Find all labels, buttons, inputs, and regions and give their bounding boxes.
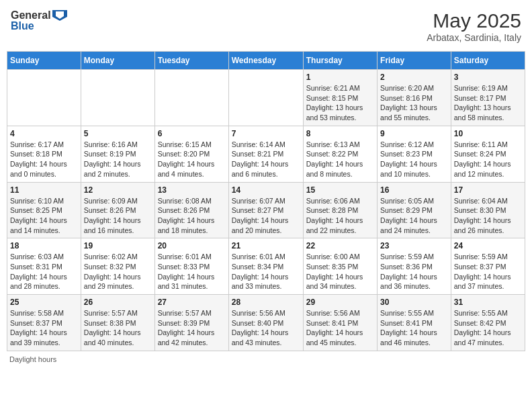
day-number: 20 (158, 241, 226, 250)
day-info: Sunrise: 6:12 AM Sunset: 8:23 PM Dayligh… (380, 140, 448, 179)
table-row: 30Sunrise: 5:55 AM Sunset: 8:41 PM Dayli… (378, 295, 451, 351)
table-row (81, 70, 154, 126)
day-info: Sunrise: 5:59 AM Sunset: 8:36 PM Dayligh… (380, 252, 448, 291)
logo-blue-text: Blue (11, 20, 34, 32)
day-info: Sunrise: 6:02 AM Sunset: 8:32 PM Dayligh… (84, 252, 152, 291)
day-number: 10 (454, 129, 522, 138)
day-info: Sunrise: 6:13 AM Sunset: 8:22 PM Dayligh… (306, 140, 374, 179)
table-row: 8Sunrise: 6:13 AM Sunset: 8:22 PM Daylig… (303, 126, 377, 182)
day-info: Sunrise: 6:19 AM Sunset: 8:17 PM Dayligh… (454, 83, 522, 123)
table-row (228, 70, 303, 126)
day-number: 18 (10, 241, 78, 250)
day-number: 3 (454, 73, 522, 82)
title-area: May 2025 Arbatax, Sardinia, Italy (427, 9, 521, 43)
header-friday: Friday (378, 52, 451, 70)
day-number: 27 (158, 298, 226, 307)
day-info: Sunrise: 6:04 AM Sunset: 8:30 PM Dayligh… (454, 196, 522, 236)
day-info: Sunrise: 6:01 AM Sunset: 8:33 PM Dayligh… (158, 252, 226, 291)
table-row: 7Sunrise: 6:14 AM Sunset: 8:21 PM Daylig… (228, 126, 303, 182)
day-info: Sunrise: 5:56 AM Sunset: 8:40 PM Dayligh… (232, 308, 300, 348)
day-info: Sunrise: 5:58 AM Sunset: 8:37 PM Dayligh… (10, 308, 78, 348)
day-info: Sunrise: 5:57 AM Sunset: 8:39 PM Dayligh… (158, 308, 226, 348)
table-row: 21Sunrise: 6:01 AM Sunset: 8:34 PM Dayli… (228, 238, 303, 295)
day-info: Sunrise: 6:15 AM Sunset: 8:20 PM Dayligh… (158, 140, 226, 179)
day-number: 29 (306, 298, 374, 307)
table-row: 26Sunrise: 5:57 AM Sunset: 8:38 PM Dayli… (81, 295, 154, 351)
table-row: 16Sunrise: 6:05 AM Sunset: 8:29 PM Dayli… (378, 182, 451, 238)
day-number: 15 (306, 185, 374, 195)
table-row: 24Sunrise: 5:59 AM Sunset: 8:37 PM Dayli… (451, 238, 525, 295)
calendar-title: May 2025 (427, 9, 521, 32)
day-info: Sunrise: 6:03 AM Sunset: 8:31 PM Dayligh… (10, 252, 78, 291)
day-info: Sunrise: 6:14 AM Sunset: 8:21 PM Dayligh… (232, 140, 300, 179)
day-info: Sunrise: 5:55 AM Sunset: 8:42 PM Dayligh… (454, 308, 522, 348)
day-info: Sunrise: 6:00 AM Sunset: 8:35 PM Dayligh… (306, 252, 374, 291)
day-info: Sunrise: 6:17 AM Sunset: 8:18 PM Dayligh… (10, 140, 78, 179)
logo: General Blue (11, 9, 67, 32)
calendar-table: Sunday Monday Tuesday Wednesday Thursday… (7, 51, 525, 351)
table-row: 14Sunrise: 6:07 AM Sunset: 8:27 PM Dayli… (228, 182, 303, 238)
day-info: Sunrise: 5:59 AM Sunset: 8:37 PM Dayligh… (454, 252, 522, 291)
header-wednesday: Wednesday (228, 52, 303, 70)
table-row: 29Sunrise: 5:56 AM Sunset: 8:41 PM Dayli… (303, 295, 377, 351)
header-sunday: Sunday (7, 52, 81, 70)
table-row: 28Sunrise: 5:56 AM Sunset: 8:40 PM Dayli… (228, 295, 303, 351)
table-row: 20Sunrise: 6:01 AM Sunset: 8:33 PM Dayli… (154, 238, 228, 295)
table-row: 6Sunrise: 6:15 AM Sunset: 8:20 PM Daylig… (154, 126, 228, 182)
day-number: 4 (10, 129, 78, 138)
day-info: Sunrise: 6:09 AM Sunset: 8:26 PM Dayligh… (84, 196, 152, 236)
day-number: 26 (84, 298, 152, 307)
day-number: 14 (232, 185, 300, 195)
calendar-week-row: 18Sunrise: 6:03 AM Sunset: 8:31 PM Dayli… (7, 238, 525, 295)
day-info: Sunrise: 5:56 AM Sunset: 8:41 PM Dayligh… (306, 308, 374, 348)
table-row: 15Sunrise: 6:06 AM Sunset: 8:28 PM Dayli… (303, 182, 377, 238)
day-info: Sunrise: 6:06 AM Sunset: 8:28 PM Dayligh… (306, 196, 374, 236)
day-number: 21 (232, 241, 300, 250)
table-row: 18Sunrise: 6:03 AM Sunset: 8:31 PM Dayli… (7, 238, 81, 295)
table-row: 12Sunrise: 6:09 AM Sunset: 8:26 PM Dayli… (81, 182, 154, 238)
day-info: Sunrise: 5:57 AM Sunset: 8:38 PM Dayligh… (84, 308, 152, 348)
day-number: 30 (380, 298, 448, 307)
day-number: 8 (306, 129, 374, 138)
table-row: 17Sunrise: 6:04 AM Sunset: 8:30 PM Dayli… (451, 182, 525, 238)
day-number: 1 (306, 73, 374, 82)
day-info: Sunrise: 6:01 AM Sunset: 8:34 PM Dayligh… (232, 252, 300, 291)
day-number: 23 (380, 241, 448, 250)
header-monday: Monday (81, 52, 154, 70)
table-row: 25Sunrise: 5:58 AM Sunset: 8:37 PM Dayli… (7, 295, 81, 351)
day-info: Sunrise: 5:55 AM Sunset: 8:41 PM Dayligh… (380, 308, 448, 348)
table-row: 22Sunrise: 6:00 AM Sunset: 8:35 PM Dayli… (303, 238, 377, 295)
table-row: 31Sunrise: 5:55 AM Sunset: 8:42 PM Dayli… (451, 295, 525, 351)
day-info: Sunrise: 6:05 AM Sunset: 8:29 PM Dayligh… (380, 196, 448, 236)
table-row: 13Sunrise: 6:08 AM Sunset: 8:26 PM Dayli… (154, 182, 228, 238)
table-row (154, 70, 228, 126)
day-number: 17 (454, 185, 522, 195)
day-number: 2 (380, 73, 448, 82)
table-row: 1Sunrise: 6:21 AM Sunset: 8:15 PM Daylig… (303, 70, 377, 126)
day-info: Sunrise: 6:10 AM Sunset: 8:25 PM Dayligh… (10, 196, 78, 236)
calendar-week-row: 11Sunrise: 6:10 AM Sunset: 8:25 PM Dayli… (7, 182, 525, 238)
day-number: 19 (84, 241, 152, 250)
day-number: 31 (454, 298, 522, 307)
table-row: 4Sunrise: 6:17 AM Sunset: 8:18 PM Daylig… (7, 126, 81, 182)
calendar-header-row: Sunday Monday Tuesday Wednesday Thursday… (7, 52, 525, 70)
page-header: General Blue May 2025 Arbatax, Sardinia,… (7, 7, 525, 46)
day-info: Sunrise: 6:07 AM Sunset: 8:27 PM Dayligh… (232, 196, 300, 236)
table-row: 19Sunrise: 6:02 AM Sunset: 8:32 PM Dayli… (81, 238, 154, 295)
table-row: 11Sunrise: 6:10 AM Sunset: 8:25 PM Dayli… (7, 182, 81, 238)
logo-arrow-icon (52, 10, 67, 21)
calendar-week-row: 25Sunrise: 5:58 AM Sunset: 8:37 PM Dayli… (7, 295, 525, 351)
header-tuesday: Tuesday (154, 52, 228, 70)
header-thursday: Thursday (303, 52, 377, 70)
day-info: Sunrise: 6:16 AM Sunset: 8:19 PM Dayligh… (84, 140, 152, 179)
table-row: 27Sunrise: 5:57 AM Sunset: 8:39 PM Dayli… (154, 295, 228, 351)
table-row (7, 70, 81, 126)
day-number: 28 (232, 298, 300, 307)
day-number: 24 (454, 241, 522, 250)
day-number: 9 (380, 129, 448, 138)
calendar-subtitle: Arbatax, Sardinia, Italy (427, 32, 521, 43)
header-saturday: Saturday (451, 52, 525, 70)
day-number: 12 (84, 185, 152, 195)
day-info: Sunrise: 6:11 AM Sunset: 8:24 PM Dayligh… (454, 140, 522, 179)
footer-note: Daylight hours (7, 355, 525, 363)
